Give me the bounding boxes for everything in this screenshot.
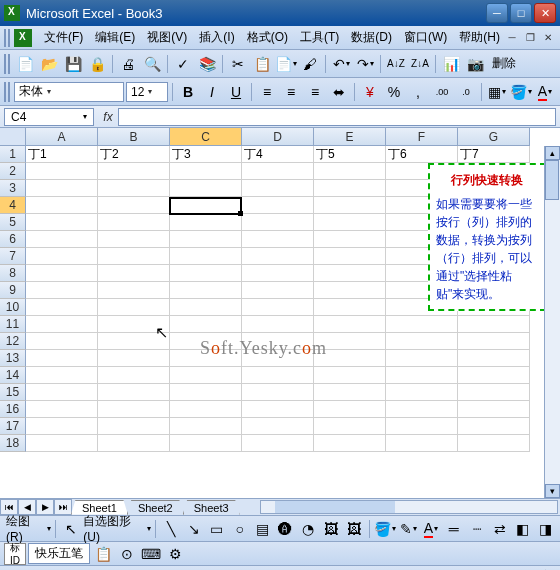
select-objects-button[interactable]: ↖ [60,518,81,540]
doc-restore[interactable]: ❐ [522,31,538,45]
toolbar-handle[interactable] [4,54,10,74]
cell-C3[interactable] [170,180,242,197]
cell-F18[interactable] [386,435,458,452]
row-header-1[interactable]: 1 [0,146,26,163]
cell-G16[interactable] [458,401,530,418]
scroll-up[interactable]: ▴ [545,146,560,160]
cell-D3[interactable] [242,180,314,197]
cell-B12[interactable] [98,333,170,350]
scroll-thumb-h[interactable] [275,501,395,513]
formatpainter-button[interactable]: 🖌 [299,53,321,75]
fx-button[interactable]: fx [98,110,118,124]
row-header-5[interactable]: 5 [0,214,26,231]
col-header-F[interactable]: F [386,128,458,146]
autoshapes-menu[interactable]: 自选图形(U) [83,513,144,544]
cell-B11[interactable] [98,316,170,333]
cell-G11[interactable] [458,316,530,333]
cell-E11[interactable] [314,316,386,333]
font-combo[interactable]: 宋体▾ [14,82,124,102]
cell-E8[interactable] [314,265,386,282]
row-header-3[interactable]: 3 [0,180,26,197]
menu-window[interactable]: 窗口(W) [398,26,453,49]
cell-B13[interactable] [98,350,170,367]
cell-A4[interactable] [26,197,98,214]
row-header-4[interactable]: 4 [0,197,26,214]
cell-F17[interactable] [386,418,458,435]
cell-A7[interactable] [26,248,98,265]
fillcolor-draw-button[interactable]: 🪣▾ [374,518,396,540]
row-header-15[interactable]: 15 [0,384,26,401]
cell-C14[interactable] [170,367,242,384]
cell-B7[interactable] [98,248,170,265]
row-header-6[interactable]: 6 [0,231,26,248]
cell-G14[interactable] [458,367,530,384]
cell-A13[interactable] [26,350,98,367]
diagram-button[interactable]: ◔ [298,518,319,540]
close-button[interactable]: ✕ [534,3,556,23]
cell-B6[interactable] [98,231,170,248]
vertical-scrollbar[interactable]: ▴ ▾ [544,146,560,498]
fontcolor-draw-button[interactable]: A▾ [420,518,441,540]
cell-C13[interactable] [170,350,242,367]
cell-B2[interactable] [98,163,170,180]
cell-B10[interactable] [98,299,170,316]
cell-B9[interactable] [98,282,170,299]
cell-D11[interactable] [242,316,314,333]
menu-insert[interactable]: 插入(I) [193,26,240,49]
arrowstyle-button[interactable]: ⇄ [489,518,510,540]
cell-C16[interactable] [170,401,242,418]
cell-D14[interactable] [242,367,314,384]
sheet-tab-2[interactable]: Sheet2 [127,500,184,515]
undo-button[interactable]: ↶▾ [330,53,352,75]
menu-format[interactable]: 格式(O) [241,26,294,49]
cell-D7[interactable] [242,248,314,265]
sheet-tab-1[interactable]: Sheet1 [71,500,128,515]
row-header-14[interactable]: 14 [0,367,26,384]
align-center-button[interactable]: ≡ [280,81,302,103]
cell-A18[interactable] [26,435,98,452]
cell-E6[interactable] [314,231,386,248]
cell-C1[interactable]: 丁3 [170,146,242,163]
cell-C12[interactable] [170,333,242,350]
cell-B15[interactable] [98,384,170,401]
cell-E7[interactable] [314,248,386,265]
3d-button[interactable]: ◨ [535,518,556,540]
underline-button[interactable]: U [225,81,247,103]
cell-C11[interactable] [170,316,242,333]
row-header-18[interactable]: 18 [0,435,26,452]
formula-input[interactable] [118,108,556,126]
research-button[interactable]: 📚 [196,53,218,75]
new-button[interactable]: 📄 [14,53,36,75]
cell-A12[interactable] [26,333,98,350]
oval-button[interactable]: ○ [229,518,250,540]
cell-D1[interactable]: 丁4 [242,146,314,163]
row-header-2[interactable]: 2 [0,163,26,180]
cell-E1[interactable]: 丁5 [314,146,386,163]
cell-B1[interactable]: 丁2 [98,146,170,163]
cell-G17[interactable] [458,418,530,435]
fontcolor-button[interactable]: A▾ [534,81,556,103]
cell-B4[interactable] [98,197,170,214]
doc-minimize[interactable]: ─ [504,31,520,45]
cell-F14[interactable] [386,367,458,384]
cell-A8[interactable] [26,265,98,282]
linecolor-button[interactable]: ✎▾ [398,518,419,540]
draw-menu[interactable]: 绘图(R) [6,513,44,544]
ime-btn-2[interactable]: ⊙ [116,543,138,565]
cell-C15[interactable] [170,384,242,401]
delete-label[interactable]: 删除 [488,55,520,72]
align-left-button[interactable]: ≡ [256,81,278,103]
menu-help[interactable]: 帮助(H) [453,26,506,49]
sheet-tab-3[interactable]: Sheet3 [183,500,240,515]
linestyle-button[interactable]: ═ [443,518,464,540]
cell-B17[interactable] [98,418,170,435]
cell-F16[interactable] [386,401,458,418]
cell-E13[interactable] [314,350,386,367]
cell-E16[interactable] [314,401,386,418]
row-header-9[interactable]: 9 [0,282,26,299]
cell-A5[interactable] [26,214,98,231]
paste-button[interactable]: 📄▾ [275,53,297,75]
cell-D4[interactable] [242,197,314,214]
ime-btn-4[interactable]: ⚙ [164,543,186,565]
cell-F15[interactable] [386,384,458,401]
